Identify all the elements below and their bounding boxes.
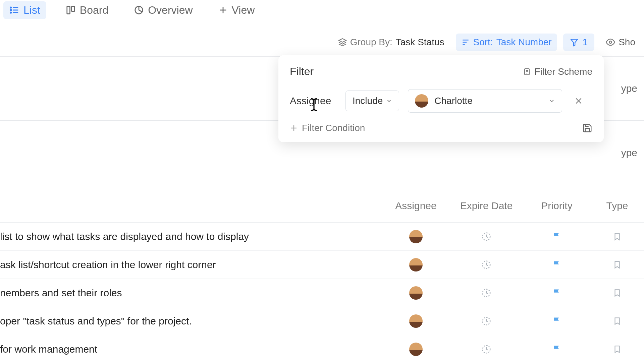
cell-type[interactable] [590,345,644,354]
add-filter-condition-button[interactable]: Filter Condition [290,123,365,133]
add-condition-label: Filter Condition [302,123,365,133]
tab-list[interactable]: List [3,1,46,19]
list-icon [9,5,19,15]
avatar [409,258,423,272]
filter-scheme-label: Filter Scheme [534,66,592,77]
remove-condition-button[interactable] [571,95,586,107]
cell-type[interactable] [590,317,644,325]
filter-count: 1 [583,37,588,48]
list-toolbar: Group By: Task Status Sort: Task Number … [0,20,644,54]
task-title: list to show what tasks are displayed an… [0,231,382,242]
cell-expire[interactable] [449,232,523,242]
tab-label: Board [80,4,108,16]
task-title: for work management [0,344,382,355]
layers-icon [338,38,347,47]
operator-value: Include [353,96,383,106]
table-row[interactable]: for work management [0,335,644,362]
cell-assignee[interactable] [382,258,449,272]
svg-point-16 [609,41,612,44]
cell-priority[interactable] [523,345,590,354]
tab-label: Overview [148,4,193,16]
svg-point-4 [10,9,11,10]
sort-icon [461,38,470,47]
cell-type[interactable] [590,232,644,241]
task-title: oper "task status and types" for the pro… [0,315,382,327]
cell-priority[interactable] [523,288,590,298]
table-row[interactable]: list to show what tasks are displayed an… [0,223,644,251]
cell-expire[interactable] [449,344,523,354]
svg-marker-15 [571,39,578,46]
sort-value: Task Number [496,37,552,48]
tab-board[interactable]: Board [60,1,114,19]
eye-icon [606,38,615,47]
cell-type[interactable] [590,260,644,269]
task-title: ask list/shortcut creation in the lower … [0,259,382,270]
cell-assignee[interactable] [382,286,449,300]
filter-icon [570,38,579,47]
filter-operator-select[interactable]: Include [345,90,399,111]
col-type[interactable]: Type [590,200,644,212]
avatar [415,94,428,108]
scheme-icon [523,68,531,76]
board-icon [66,5,76,15]
col-priority[interactable]: Priority [523,200,590,212]
tab-label: View [232,4,255,16]
tab-add-view[interactable]: View [212,1,261,19]
avatar [409,286,423,300]
task-table: Assignee Expire Date Priority Type list … [0,189,644,362]
cell-priority[interactable] [523,232,590,241]
filter-field-label: Assignee [290,95,337,107]
group-by-button[interactable]: Group By: Task Status [333,34,450,51]
cell-assignee[interactable] [382,343,449,356]
overview-icon [134,5,144,15]
sort-label: Sort: [473,37,493,48]
svg-point-5 [10,12,11,13]
text-cursor-icon [310,98,318,111]
show-button[interactable]: Sho [600,34,641,51]
filter-scheme-button[interactable]: Filter Scheme [523,66,592,77]
task-title: nembers and set their roles [0,287,382,299]
cell-expire[interactable] [449,316,523,326]
chevron-down-icon [548,98,555,104]
svg-rect-6 [67,6,70,14]
svg-rect-7 [71,6,74,11]
filter-value-select[interactable]: Charlotte [408,89,562,113]
avatar [409,314,423,328]
filter-title: Filter [290,65,314,78]
sort-button[interactable]: Sort: Task Number [456,34,557,51]
avatar [409,343,423,356]
col-expire[interactable]: Expire Date [449,200,523,212]
table-header: Assignee Expire Date Priority Type [0,189,644,223]
show-label: Sho [619,37,635,48]
cell-assignee[interactable] [382,314,449,328]
avatar [409,230,423,243]
chevron-down-icon [386,98,392,104]
tab-overview[interactable]: Overview [128,1,199,19]
table-row[interactable]: oper "task status and types" for the pro… [0,307,644,335]
view-tabs: List Board Overview View [0,0,644,20]
cell-expire[interactable] [449,288,523,298]
svg-point-3 [10,7,11,8]
cell-assignee[interactable] [382,230,449,243]
cell-expire[interactable] [449,260,523,270]
plus-icon [290,124,298,132]
save-filter-button[interactable] [582,123,592,133]
table-row[interactable]: ask list/shortcut creation in the lower … [0,251,644,279]
cell-priority[interactable] [523,316,590,326]
tab-label: List [23,4,40,16]
filter-condition-row: Assignee Include Charlotte [290,89,592,113]
cell-priority[interactable] [523,260,590,269]
svg-marker-11 [339,39,346,42]
table-row[interactable]: nembers and set their roles [0,279,644,307]
cell-type[interactable] [590,289,644,297]
filter-button[interactable]: 1 [563,34,595,51]
filter-value-name: Charlotte [434,96,473,106]
group-by-label: Group By: [350,37,392,48]
group-by-value: Task Status [396,37,444,48]
col-assignee[interactable]: Assignee [382,200,449,212]
plus-icon [218,5,228,15]
filter-popover: Filter Filter Scheme Assignee Include Ch… [278,55,604,142]
